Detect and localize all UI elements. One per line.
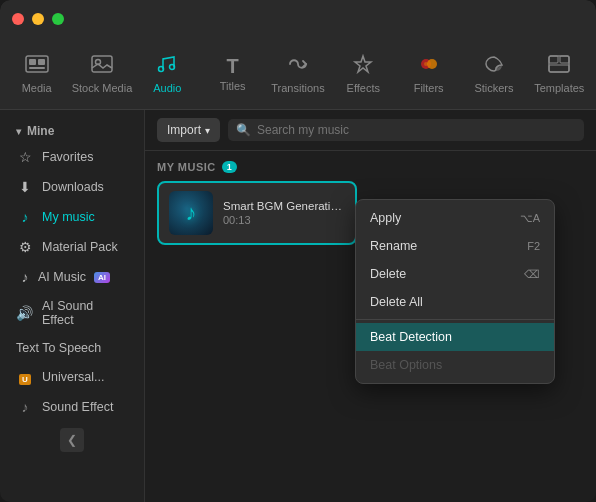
tab-effects[interactable]: Effects xyxy=(331,42,396,106)
ctx-delete-label: Delete xyxy=(370,267,406,281)
stock-media-icon xyxy=(90,54,114,78)
sidebar-item-ai-sound[interactable]: 🔊 AI Sound Effect xyxy=(0,292,144,334)
sidebar: ▾ Mine ☆ Favorites ⬇ Downloads ♪ My musi… xyxy=(0,110,145,502)
ctx-delete-all[interactable]: Delete All xyxy=(356,288,554,316)
ctx-delete-all-label: Delete All xyxy=(370,295,423,309)
sidebar-item-universal[interactable]: U Universal... xyxy=(0,362,144,392)
tab-stickers[interactable]: Stickers xyxy=(461,42,526,106)
music-thumbnail: ♪ xyxy=(169,191,213,235)
collapse-icon: ❮ xyxy=(67,433,77,447)
tab-titles[interactable]: T Titles xyxy=(200,42,265,106)
sidebar-collapse-button[interactable]: ❮ xyxy=(60,428,84,452)
sidebar-tts-label: Text To Speech xyxy=(16,341,101,355)
import-chevron-icon: ▾ xyxy=(205,125,210,136)
chevron-down-icon: ▾ xyxy=(16,126,21,137)
ai-music-icon: ♪ xyxy=(16,269,34,285)
effects-icon xyxy=(352,54,374,78)
media-icon xyxy=(25,54,49,78)
sound-effect-icon: ♪ xyxy=(16,399,34,415)
close-button[interactable] xyxy=(12,13,24,25)
sidebar-mine-label: Mine xyxy=(27,124,54,138)
ctx-beat-detection-label: Beat Detection xyxy=(370,330,452,344)
sidebar-item-downloads[interactable]: ⬇ Downloads xyxy=(0,172,144,202)
context-menu: Apply ⌥A Rename F2 Delete ⌫ Delete All B… xyxy=(355,199,555,384)
top-nav: Media Stock Media Audio T Titles xyxy=(0,38,596,110)
universal-icon: U xyxy=(16,369,34,385)
tab-effects-label: Effects xyxy=(347,82,380,94)
search-input[interactable] xyxy=(257,123,576,137)
templates-icon xyxy=(547,54,571,78)
ctx-apply[interactable]: Apply ⌥A xyxy=(356,204,554,232)
material-pack-icon: ⚙ xyxy=(16,239,34,255)
tab-templates-label: Templates xyxy=(534,82,584,94)
tab-stock-media[interactable]: Stock Media xyxy=(69,42,134,106)
favorites-icon: ☆ xyxy=(16,149,34,165)
maximize-button[interactable] xyxy=(52,13,64,25)
ctx-delete[interactable]: Delete ⌫ xyxy=(356,260,554,288)
sidebar-item-sound-effect[interactable]: ♪ Sound Effect xyxy=(0,392,144,422)
filters-icon xyxy=(417,54,441,78)
tab-audio-label: Audio xyxy=(153,82,181,94)
sidebar-item-material-pack[interactable]: ⚙ Material Pack xyxy=(0,232,144,262)
tab-filters-label: Filters xyxy=(414,82,444,94)
content-toolbar: Import ▾ 🔍 xyxy=(145,110,596,151)
ctx-rename[interactable]: Rename F2 xyxy=(356,232,554,260)
music-note-icon: ♪ xyxy=(186,200,197,226)
svg-point-7 xyxy=(170,64,175,69)
sidebar-item-ai-music[interactable]: ♪ AI Music AI xyxy=(0,262,144,292)
svg-rect-14 xyxy=(549,65,569,72)
ctx-delete-shortcut: ⌫ xyxy=(524,268,540,281)
transitions-icon xyxy=(286,54,310,78)
audio-icon xyxy=(156,54,178,78)
tab-filters[interactable]: Filters xyxy=(396,42,461,106)
tab-transitions-label: Transitions xyxy=(271,82,324,94)
section-title: MY MUSIC xyxy=(157,161,216,173)
search-box: 🔍 xyxy=(228,119,584,141)
tab-media[interactable]: Media xyxy=(4,42,69,106)
content-area: Import ▾ 🔍 MY MUSIC 1 ♪ Smart BGM Genera… xyxy=(145,110,596,502)
downloads-icon: ⬇ xyxy=(16,179,34,195)
sidebar-universal-label: Universal... xyxy=(42,370,105,384)
music-name: Smart BGM Generatio... xyxy=(223,200,345,212)
music-section: MY MUSIC 1 ♪ Smart BGM Generatio... 00:1… xyxy=(145,151,596,255)
tab-audio[interactable]: Audio xyxy=(135,42,200,106)
ctx-beat-options-label: Beat Options xyxy=(370,358,442,372)
sidebar-item-my-music[interactable]: ♪ My music xyxy=(0,202,144,232)
sidebar-favorites-label: Favorites xyxy=(42,150,93,164)
sidebar-my-music-label: My music xyxy=(42,210,95,224)
svg-rect-11 xyxy=(549,56,569,72)
ctx-separator xyxy=(356,319,554,320)
sidebar-mine-section: ▾ Mine xyxy=(0,118,144,142)
music-duration: 00:13 xyxy=(223,214,345,226)
titles-icon: T xyxy=(227,56,239,76)
sidebar-item-text-to-speech[interactable]: Text To Speech xyxy=(0,334,144,362)
music-card[interactable]: ♪ Smart BGM Generatio... 00:13 xyxy=(157,181,357,245)
svg-point-10 xyxy=(424,62,428,66)
ctx-apply-label: Apply xyxy=(370,211,401,225)
svg-rect-12 xyxy=(549,56,558,63)
sidebar-material-pack-label: Material Pack xyxy=(42,240,118,254)
tab-stickers-label: Stickers xyxy=(474,82,513,94)
sidebar-item-favorites[interactable]: ☆ Favorites xyxy=(0,142,144,172)
section-header: MY MUSIC 1 xyxy=(157,161,584,173)
search-icon: 🔍 xyxy=(236,123,251,137)
sidebar-ai-sound-label: AI Sound Effect xyxy=(42,299,128,327)
my-music-icon: ♪ xyxy=(16,209,34,225)
ctx-beat-options: Beat Options xyxy=(356,351,554,379)
sidebar-sound-effect-label: Sound Effect xyxy=(42,400,113,414)
ai-badge: AI xyxy=(94,272,110,283)
music-info: Smart BGM Generatio... 00:13 xyxy=(223,200,345,226)
tab-templates[interactable]: Templates xyxy=(527,42,592,106)
ctx-rename-shortcut: F2 xyxy=(527,240,540,252)
titlebar xyxy=(0,0,596,38)
svg-rect-13 xyxy=(560,56,569,63)
svg-point-9 xyxy=(427,59,437,69)
ctx-beat-detection[interactable]: Beat Detection xyxy=(356,323,554,351)
ai-sound-icon: 🔊 xyxy=(16,305,34,321)
svg-rect-1 xyxy=(29,59,36,65)
tab-transitions[interactable]: Transitions xyxy=(265,42,330,106)
stickers-icon xyxy=(482,54,506,78)
svg-rect-3 xyxy=(29,67,45,69)
minimize-button[interactable] xyxy=(32,13,44,25)
import-button[interactable]: Import ▾ xyxy=(157,118,220,142)
